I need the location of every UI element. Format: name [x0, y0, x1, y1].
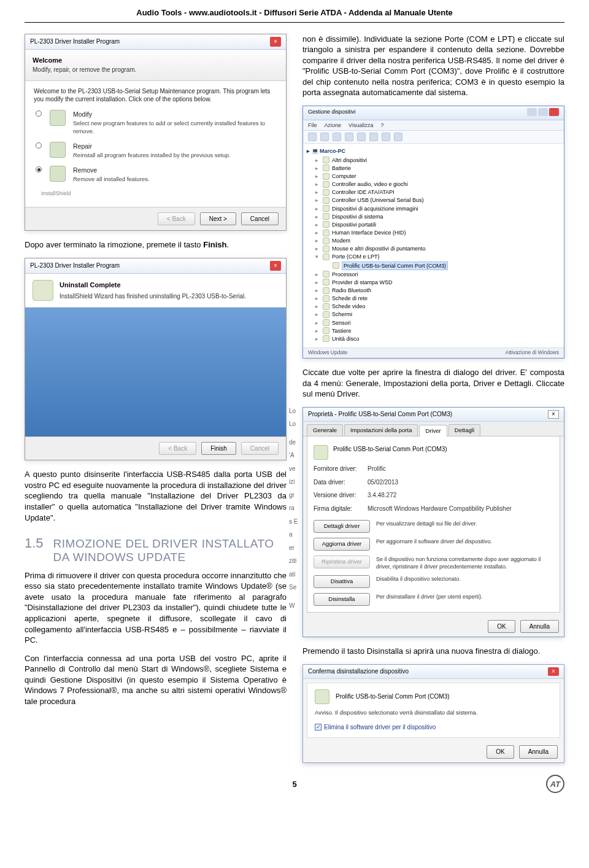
tab-impostazioni[interactable]: Impostazioni della porta: [344, 424, 418, 436]
properties-tabs[interactable]: Generale Impostazioni della porta Driver…: [303, 422, 564, 437]
modify-icon: [50, 110, 66, 126]
welcome-heading: Welcome: [33, 56, 279, 65]
back-button: < Back: [158, 212, 195, 226]
tab-generale[interactable]: Generale: [307, 424, 343, 436]
section-1-5-heading: 1.5 RIMOZIONE DEL DRIVER INSTALLATODA WI…: [25, 534, 287, 564]
right-para-2: Ciccate due volte per aprire la finestra…: [302, 367, 564, 400]
remove-label: Remove: [73, 166, 277, 174]
devmgr-menubar[interactable]: File Azione Visualizza ?: [303, 120, 564, 131]
next-button[interactable]: Next >: [200, 212, 236, 226]
dialog-title: PL-2303 Driver Installer Program: [30, 37, 120, 46]
dialog-title: PL-2303 Driver Installer Program: [30, 262, 120, 270]
properties-title: Proprietà - Prolific USB-to-Serial Comm …: [308, 410, 452, 419]
disinstalla-button[interactable]: Disinstalla: [314, 593, 370, 606]
device-icon: [314, 445, 328, 460]
confirm-uninstall-dialog: Conferma disinstallazione dispositivo × …: [302, 664, 564, 763]
remove-icon: [50, 166, 66, 182]
annulla-button[interactable]: Annulla: [520, 620, 559, 634]
driver-properties-dialog: Proprietà - Prolific USB-to-Serial Comm …: [302, 407, 564, 638]
repair-label: Repair: [73, 142, 277, 150]
close-icon[interactable]: ×: [270, 261, 281, 271]
after-remove-text: Dopo aver terminato la rimozione, premet…: [25, 239, 287, 250]
close-icon[interactable]: ×: [270, 37, 281, 47]
ok-button[interactable]: OK: [487, 745, 514, 759]
annulla-button[interactable]: Annulla: [519, 745, 558, 759]
page-number: 5: [292, 780, 296, 789]
remove-radio[interactable]: [36, 166, 42, 172]
cropped-edge-text: LoLo de'Ave izigrra s Eaer zitiatiSe W: [289, 407, 298, 610]
window-buttons[interactable]: [526, 108, 559, 118]
intro-text: Welcome to the PL-2303 USB-to-Serial Set…: [34, 87, 277, 104]
device-name: Prolific USB-to-Serial Comm Port (COM3): [333, 445, 447, 454]
device-tree[interactable]: ▸ 💻 Marco-PC ▸Altri dispositivi ▸Batteri…: [303, 144, 564, 347]
modify-desc: Select new program features to add or se…: [73, 120, 277, 136]
right-para-1: non è dissimile). Individuate la sezione…: [302, 34, 564, 98]
repair-radio[interactable]: [36, 142, 42, 149]
para-1-5-b: Con l'interfaccia connessa ad una porta …: [25, 653, 287, 707]
brand-logo-icon: AT: [546, 775, 564, 793]
devmgr-toolbar[interactable]: [303, 131, 564, 144]
repair-desc: Reinstall all program features installed…: [73, 152, 277, 160]
tab-driver[interactable]: Driver: [419, 425, 447, 437]
close-icon[interactable]: ×: [548, 667, 559, 676]
confirm-title: Conferma disinstallazione dispositivo: [308, 667, 409, 676]
close-icon[interactable]: ×: [548, 410, 559, 419]
uninstall-complete-heading: Uninstall Complete: [60, 281, 246, 290]
repair-icon: [50, 142, 66, 158]
ok-button[interactable]: OK: [488, 620, 515, 634]
cancel-button[interactable]: Cancel: [241, 212, 279, 226]
devmgr-title: Gestione dispositivi: [308, 108, 356, 118]
uninstall-complete-dialog: PL-2303 Driver Installer Program × Unins…: [25, 258, 287, 461]
device-manager-window: Gestione dispositivi File Azione Visuali…: [302, 106, 564, 358]
back-button: < Back: [159, 442, 196, 455]
aggiorna-driver-button[interactable]: Aggiorna driver: [314, 538, 370, 551]
page-footer: 5 AT: [25, 779, 564, 790]
confirm-warning: Avviso. Il dispositivo selezionato verrà…: [315, 709, 552, 717]
dettagli-driver-button[interactable]: Dettagli driver: [314, 520, 370, 533]
confirm-device-name: Prolific USB-to-Serial Comm Port (COM3): [336, 692, 450, 701]
para-1-5-a: Prima di rimuovere il driver con questa …: [25, 570, 287, 646]
complete-icon: [33, 280, 53, 301]
ripristina-driver-button: Ripristina driver: [314, 556, 370, 568]
page-header: Audio Tools - www.audiotools.it - Diffus…: [25, 7, 564, 23]
device-icon: [315, 689, 329, 704]
installer-welcome-dialog: PL-2303 Driver Installer Program × Welco…: [25, 34, 287, 231]
devmgr-footer-left: Windows Update: [308, 349, 347, 356]
finish-button[interactable]: Finish: [201, 442, 236, 455]
cancel-button: Cancel: [241, 442, 279, 455]
right-para-3: Premendo il tasto Disinstalla si aprirà …: [302, 646, 564, 657]
tab-dettagli[interactable]: Dettagli: [448, 424, 480, 436]
uninstall-complete-desc: InstallShield Wizard has finished uninst…: [60, 292, 246, 301]
devmgr-footer-right: Attivazione di Windows: [506, 349, 559, 356]
delete-driver-checkbox[interactable]: ✓ Elimina il software driver per il disp…: [315, 723, 552, 732]
modify-label: Modify: [73, 110, 277, 118]
disattiva-button[interactable]: Disattiva: [314, 575, 370, 588]
para-after-uninstall: A questo punto disinserite l'interfaccia…: [25, 469, 287, 523]
modify-radio[interactable]: [36, 110, 42, 117]
installshield-label: InstallShield: [34, 190, 277, 197]
wizard-bg: [25, 308, 286, 436]
remove-desc: Remove all installed features.: [73, 176, 277, 184]
welcome-subheading: Modify, repair, or remove the program.: [33, 66, 279, 74]
prolific-port-item[interactable]: Prolific USB-to-Serial Comm Port (COM3): [325, 261, 560, 270]
